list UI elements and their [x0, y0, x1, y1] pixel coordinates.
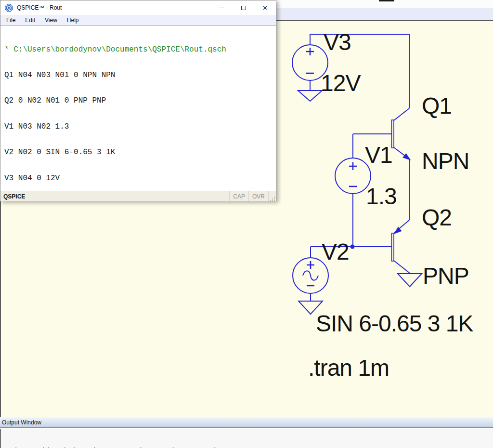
v2-ref-label[interactable]: V2: [322, 240, 349, 264]
q1-ref-label[interactable]: Q1: [422, 94, 452, 118]
output-window-title: Output Window: [2, 419, 41, 426]
output-window-header: Output Window: [0, 417, 493, 428]
minimize-icon: [220, 8, 224, 8]
netlist-line: Q1 N04 N03 N01 0 NPN NPN: [4, 71, 276, 80]
titlebar[interactable]: Q QSPICE™ - Rout ✕: [0, 0, 276, 15]
window-title: QSPICE™ - Rout: [17, 4, 62, 11]
close-icon: ✕: [262, 4, 268, 12]
resize-grip-icon[interactable]: [268, 191, 276, 201]
ground-icon[interactable]: [398, 274, 422, 287]
netlist-line: * C:\Users\bordodynov\Documents\QSPICE\R…: [4, 46, 276, 54]
menu-view[interactable]: View: [41, 15, 61, 25]
minimize-button[interactable]: [211, 0, 233, 15]
v2-value-label[interactable]: SIN 6-0.65 3 1K: [316, 312, 473, 335]
menu-edit[interactable]: Edit: [21, 15, 39, 25]
v1-value-label[interactable]: 1.3: [366, 185, 397, 208]
netlist-line: Q2 0 N02 N01 0 PNP PNP: [4, 97, 276, 105]
overwrite-indicator: OVR: [248, 191, 268, 201]
netlist-line: V2 N02 0 SIN 6-0.65 3 1K: [4, 148, 276, 157]
close-button[interactable]: ✕: [254, 0, 276, 15]
plus-icon: [307, 261, 314, 269]
caps-lock-indicator: CAP: [229, 191, 248, 201]
sine-wave-icon: [303, 271, 318, 280]
maximize-icon: [241, 6, 246, 10]
top-edge-artifact: [379, 0, 394, 1]
ground-icon[interactable]: [298, 91, 322, 101]
q2-model-label[interactable]: PNP: [423, 264, 469, 288]
netlist-line: V1 N03 N02 1.3: [4, 123, 276, 132]
menubar: File Edit View Help: [0, 15, 276, 26]
v3-ref-label[interactable]: V3: [324, 31, 351, 54]
netlist-editor[interactable]: * C:\Users\bordodynov\Documents\QSPICE\R…: [0, 26, 276, 191]
q1-model-label[interactable]: NPN: [422, 150, 469, 173]
netlist-window: Q QSPICE™ - Rout ✕ File Edit View Help *…: [0, 0, 276, 201]
maximize-button[interactable]: [233, 0, 254, 15]
output-console[interactable]: C:\Users\bordodynov\Documents\QSPICE\Rou…: [0, 429, 493, 448]
tran-directive-label[interactable]: .tran 1m: [308, 356, 389, 380]
menu-file[interactable]: File: [2, 15, 19, 25]
netlist-line: V3 N04 0 12V: [4, 174, 276, 183]
qspice-logo-icon: Q: [5, 4, 13, 12]
plus-icon: [306, 48, 314, 55]
q2-ref-label[interactable]: Q2: [422, 206, 452, 229]
statusbar: QSPICE CAP OVR: [0, 191, 276, 201]
plus-icon: [349, 162, 357, 170]
screen: V3 12V Q1 NPN V1 1.3 Q2 PNP V2 SIN 6-0.6…: [0, 0, 493, 448]
v3-value-label[interactable]: 12V: [321, 72, 360, 95]
junction-dot: [350, 245, 355, 249]
v1-ref-label[interactable]: V1: [365, 144, 392, 167]
status-app-label: QSPICE: [0, 193, 229, 200]
menu-help[interactable]: Help: [63, 15, 83, 25]
